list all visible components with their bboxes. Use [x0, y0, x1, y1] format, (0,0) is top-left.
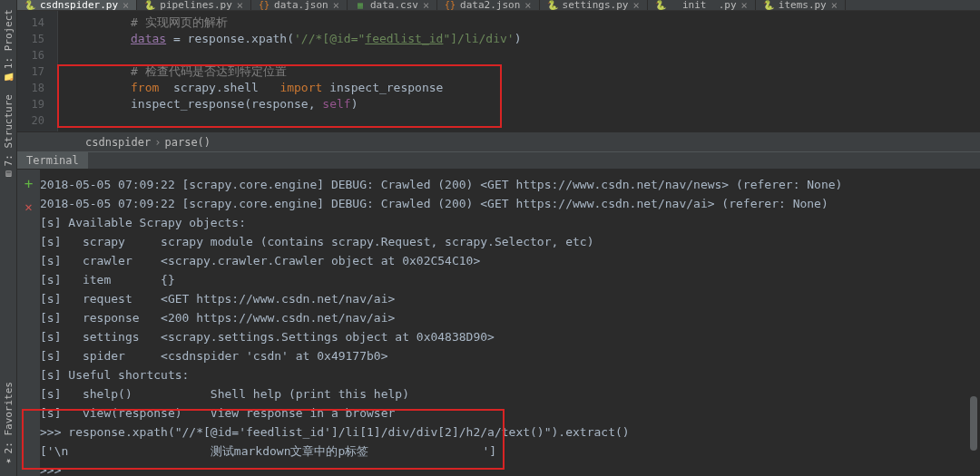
file-type-icon: 🐍	[547, 0, 558, 11]
editor-tab[interactable]: {}data2.json×	[437, 0, 539, 10]
code-line[interactable]	[58, 47, 980, 63]
close-icon[interactable]: ×	[237, 0, 243, 11]
editor-tab[interactable]: ▦data.csv×	[348, 0, 437, 10]
close-terminal-icon[interactable]: ✕	[24, 199, 32, 214]
code-area[interactable]: # 实现网页的解析datas = response.xpath('//*[@id…	[58, 11, 980, 131]
editor-tab[interactable]: 🐍csdnspider.py×	[17, 0, 137, 10]
left-tabs-bottom: ★2: Favorites	[1, 376, 16, 472]
editor-tabs: 🐍csdnspider.py×🐍pipelines.py×{}data.json…	[17, 0, 980, 11]
close-icon[interactable]: ×	[333, 0, 339, 11]
code-line[interactable]: datas = response.xpath('//*[@id="feedlis…	[58, 31, 980, 47]
tool-window-tab[interactable]: ▤7: Structure	[1, 89, 16, 185]
line-number-gutter: 14151617181920	[17, 11, 58, 131]
add-terminal-icon[interactable]: +	[24, 175, 34, 192]
editor-tab[interactable]: {}data.json×	[251, 0, 348, 10]
tab-label: __init__.py	[671, 0, 737, 11]
file-type-icon: ▦	[355, 0, 366, 11]
file-type-icon: 🐍	[24, 0, 35, 11]
tab-label: data2.json	[460, 0, 520, 11]
breadcrumb[interactable]: csdnspider › parse()	[17, 131, 980, 151]
editor-tab[interactable]: 🐍pipelines.py×	[137, 0, 251, 10]
breadcrumb-separator: ›	[154, 136, 161, 149]
code-line[interactable]	[58, 112, 980, 129]
scrollbar-vertical[interactable]	[970, 396, 977, 451]
close-icon[interactable]: ×	[831, 0, 838, 11]
code-line[interactable]: inspect_response(response, self)	[58, 96, 980, 112]
tab-label: items.py	[779, 0, 827, 11]
breadcrumb-item[interactable]: csdnspider	[85, 136, 151, 149]
editor-tab[interactable]: 🐍__init__.py×	[648, 0, 756, 10]
file-type-icon: {}	[259, 0, 270, 11]
left-tool-strip: 📁1: Project▤7: Structure ★2: Favorites	[0, 0, 17, 476]
code-line[interactable]: # 检查代码是否达到特定位置	[58, 63, 980, 80]
close-icon[interactable]: ×	[741, 0, 748, 11]
breadcrumb-item[interactable]: parse()	[164, 136, 211, 149]
close-icon[interactable]: ×	[122, 0, 129, 11]
close-icon[interactable]: ×	[524, 0, 531, 11]
file-type-icon: 🐍	[763, 0, 774, 11]
editor-tab[interactable]: 🐍items.py×	[756, 0, 846, 10]
editor-tab[interactable]: 🐍settings.py×	[540, 0, 648, 10]
file-type-icon: 🐍	[144, 0, 155, 11]
editor: 14151617181920 # 实现网页的解析datas = response…	[17, 11, 980, 131]
code-line[interactable]: # 实现网页的解析	[58, 15, 980, 31]
tool-window-tab[interactable]: ★2: Favorites	[1, 376, 16, 472]
close-icon[interactable]: ×	[632, 0, 639, 11]
left-tabs-top: 📁1: Project▤7: Structure	[1, 4, 16, 186]
tab-label: data.csv	[370, 0, 418, 11]
terminal-header: Terminal	[17, 151, 980, 170]
file-type-icon: 🐍	[655, 0, 666, 11]
file-type-icon: {}	[445, 0, 456, 11]
terminal: + ✕ 2018-05-05 07:09:22 [scrapy.core.eng…	[17, 170, 980, 476]
terminal-tab-label[interactable]: Terminal	[17, 152, 88, 169]
tab-label: pipelines.py	[160, 0, 231, 11]
main-area: 🐍csdnspider.py×🐍pipelines.py×{}data.json…	[17, 0, 980, 476]
tab-label: data.json	[274, 0, 328, 11]
code-line[interactable]: from scrapy.shell import inspect_respons…	[58, 80, 980, 96]
terminal-toolbar: + ✕	[17, 170, 40, 476]
close-icon[interactable]: ×	[423, 0, 429, 11]
tab-label: csdnspider.py	[40, 0, 118, 11]
tab-label: settings.py	[563, 0, 629, 11]
tool-window-tab[interactable]: 📁1: Project	[1, 4, 16, 89]
terminal-output[interactable]: 2018-05-05 07:09:22 [scrapy.core.engine]…	[40, 170, 980, 476]
